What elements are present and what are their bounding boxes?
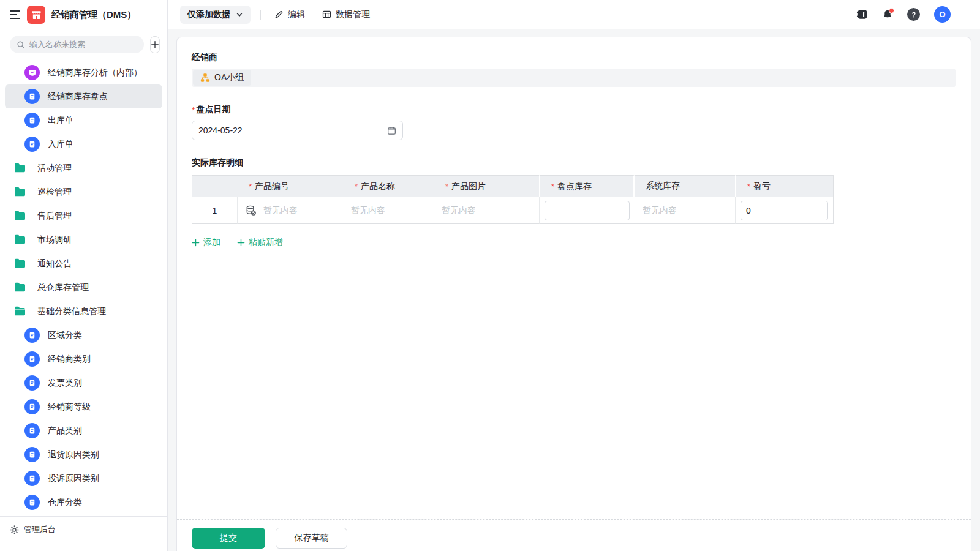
pencil-icon [274,10,284,19]
inventory-detail-table: *产品编号 *产品名称 *产品图片 *盘点库存 系统库存 *盈亏 1 [192,175,834,224]
col-product-image: *产品图片 [434,175,539,197]
document-icon [24,471,40,486]
toolbar-divider [260,10,261,20]
row-number: 1 [192,197,238,224]
avatar[interactable]: O [934,6,951,23]
product-name-placeholder: 暂无内容 [351,205,385,215]
col-row-number [192,175,238,197]
folder-icon [13,282,26,293]
date-label: * 盘点日期 [192,104,956,115]
chart-monitor-icon [24,65,40,80]
calendar-icon[interactable] [387,126,396,135]
dealer-chip: OA小组 [193,70,251,86]
col-profit-loss: *盈亏 [735,175,834,197]
sidebar-item-market-research[interactable]: 市场调研 [5,228,162,252]
add-row-button[interactable]: 添加 [192,237,221,248]
cell-profit-loss [735,197,834,224]
sidebar-item-base-category-mgmt[interactable]: 基础分类信息管理 [5,299,162,323]
folder-icon [13,163,26,173]
document-icon [24,137,40,152]
app-title: 经销商管理（DMS） [51,9,136,21]
cell-product-code[interactable]: 暂无内容 [238,197,344,224]
hamburger-menu-icon[interactable] [10,10,21,19]
sidebar-item-outbound-order[interactable]: 出库单 [5,108,162,132]
database-check-icon [245,204,257,216]
date-input[interactable] [198,126,382,135]
sidebar-item-invoice-category[interactable]: 发票类别 [5,371,162,395]
search-input[interactable] [29,40,137,49]
sidebar-item-inventory-check[interactable]: 经销商库存盘点 [5,84,162,108]
sidebar-item-warehouse-category[interactable]: 仓库分类 [5,490,162,514]
sidebar-item-inbound-order[interactable]: 入库单 [5,132,162,156]
sidebar-item-product-category[interactable]: 产品类别 [5,419,162,443]
submit-button[interactable]: 提交 [192,528,265,549]
document-icon [24,399,40,414]
plus-icon [192,239,200,247]
edit-button[interactable]: 编辑 [271,7,309,23]
col-system-stock: 系统库存 [635,175,735,197]
sidebar-item-warehouse-mgmt[interactable]: 总仓库存管理 [5,276,162,299]
table-row: 1 暂无内容 暂无内容 [192,197,834,224]
col-counted-stock: *盘点库存 [539,175,635,197]
document-icon [24,423,40,438]
sidebar-item-notice[interactable]: 通知公告 [5,252,162,276]
sidebar-item-activity-mgmt[interactable]: 活动管理 [5,156,162,180]
cell-product-image[interactable]: 暂无内容 [434,197,539,224]
table-grid-icon [322,10,331,19]
sidebar-item-dealer-level[interactable]: 经销商等级 [5,395,162,419]
data-manage-button[interactable]: 数据管理 [318,7,374,23]
sidebar-item-return-reason-category[interactable]: 退货原因类别 [5,443,162,467]
col-product-name: *产品名称 [344,175,434,197]
gear-icon [10,525,19,534]
sidebar-footer: 管理后台 [0,516,167,551]
folder-open-icon [13,306,26,317]
system-stock-placeholder: 暂无内容 [643,205,677,215]
content-area: 经销商 OA小组 * 盘点日期 [168,29,980,551]
profit-loss-input[interactable] [741,201,828,220]
search-box [10,36,144,53]
dealer-field: OA小组 [192,69,956,87]
form-card: 经销商 OA小组 * 盘点日期 [176,37,971,551]
add-app-button[interactable] [150,36,160,53]
col-product-code: *产品编号 [238,175,344,197]
product-image-placeholder: 暂无内容 [442,205,476,215]
notifications-bell-icon[interactable] [882,9,893,20]
sidebar-item-region-category[interactable]: 区域分类 [5,323,162,347]
admin-console-link[interactable]: 管理后台 [10,524,157,535]
form-footer: 提交 保存草稿 [177,519,971,551]
sidebar: 经销商管理（DMS） 经销商库存分析（内部） 经销商库存盘点 [0,0,168,551]
date-field [192,121,403,140]
product-code-placeholder: 暂无内容 [263,205,298,216]
required-asterisk: * [192,105,195,115]
sidebar-item-complaint-reason-category[interactable]: 投诉原因类别 [5,467,162,490]
paste-add-button[interactable]: 粘贴新增 [237,237,283,248]
table-header-row: *产品编号 *产品名称 *产品图片 *盘点库存 系统库存 *盈亏 [192,175,834,197]
cell-system-stock: 暂无内容 [635,197,735,224]
search-icon [17,40,25,49]
cell-product-name[interactable]: 暂无内容 [344,197,434,224]
main-area: 仅添加数据 编辑 数据管理 [168,0,980,551]
document-icon [24,375,40,391]
sidebar-item-inventory-analysis[interactable]: 经销商库存分析（内部） [5,61,162,84]
sidebar-item-inspection-mgmt[interactable]: 巡检管理 [5,180,162,204]
sidebar-item-dealer-category[interactable]: 经销商类别 [5,347,162,371]
mode-dropdown-button[interactable]: 仅添加数据 [180,6,251,24]
sidebar-search-row [0,29,167,59]
table-title: 实际库存明细 [192,157,956,168]
sidebar-nav: 经销商库存分析（内部） 经销商库存盘点 出库单 入库单 活动管理 [0,59,167,516]
counted-stock-input[interactable] [545,201,630,220]
folder-icon [13,187,26,197]
topbar: 仅添加数据 编辑 数据管理 [168,0,980,29]
document-icon [24,328,40,343]
sidebar-item-aftersales-mgmt[interactable]: 售后管理 [5,204,162,228]
document-icon [24,89,40,104]
cell-counted-stock [539,197,635,224]
help-icon[interactable] [907,8,920,21]
folder-icon [13,234,26,245]
chevron-down-icon [236,11,243,18]
dealer-value: OA小组 [214,72,244,83]
document-icon [24,495,40,510]
folder-icon [13,211,26,221]
save-draft-button[interactable]: 保存草稿 [276,528,347,549]
panel-toggle-icon[interactable] [856,9,868,20]
